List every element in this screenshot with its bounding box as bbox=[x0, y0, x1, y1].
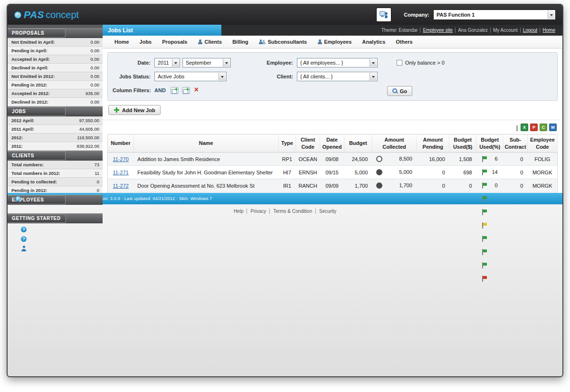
sidebar-section-title: JOBS bbox=[12, 109, 26, 114]
filter-operator-button[interactable]: AND bbox=[154, 87, 166, 93]
collected-status-icon bbox=[376, 156, 382, 162]
amount-collected-cell: 8,500 bbox=[372, 153, 416, 166]
nav-tab-billing[interactable]: Billing bbox=[227, 36, 254, 48]
nav-tab-label: Home bbox=[114, 39, 129, 45]
stat-label: Pending in 2012: bbox=[8, 82, 89, 87]
column-header-line2: Code bbox=[297, 143, 319, 150]
amount-collected-cell: 1,700 bbox=[372, 179, 416, 192]
column-header[interactable]: DateOpened bbox=[320, 134, 344, 153]
filter-row-1: Date: 2011 September Employee: { All emp… bbox=[113, 57, 552, 68]
job-number-cell: 11-272 bbox=[108, 179, 134, 192]
table-header-row: NumberNameTypeClientCodeDateOpenedBudget… bbox=[108, 134, 558, 153]
footer-link[interactable]: Help bbox=[230, 209, 247, 214]
nav-tab-proposals[interactable]: Proposals bbox=[157, 36, 192, 48]
chevron-down-icon bbox=[548, 10, 555, 19]
nav-tab-label: Employees bbox=[324, 39, 352, 45]
stat-value: 838,922.00 bbox=[75, 143, 103, 149]
budget-used-pct-value: 14 bbox=[492, 169, 497, 175]
column-header[interactable]: Name bbox=[133, 134, 278, 153]
add-new-job-label: Add New Job bbox=[122, 107, 155, 113]
chevron-down-icon bbox=[172, 59, 179, 67]
version-label: Version: 3.0.0 - Last updated: 04/21/201… bbox=[93, 196, 212, 201]
job-type-cell: HI7 bbox=[278, 166, 296, 179]
sidebar-section: JOBS2012 April:97,550.002011 April:44,60… bbox=[8, 106, 103, 151]
user-link: Theme: Estandar bbox=[379, 28, 420, 33]
footer-link[interactable]: Privacy bbox=[247, 209, 269, 214]
export-pdf-icon[interactable]: P bbox=[530, 124, 538, 131]
nav-tab-label: Billing bbox=[232, 39, 248, 45]
nav-tab-jobs[interactable]: Jobs bbox=[134, 36, 157, 48]
user-link[interactable]: Ana Gonzalez bbox=[455, 28, 490, 33]
footer-link[interactable]: Security bbox=[315, 209, 340, 214]
clear-filters-icon[interactable] bbox=[194, 87, 201, 94]
stat-label: 2011 April: bbox=[8, 126, 77, 132]
job-number-link[interactable]: 11-270 bbox=[113, 156, 128, 162]
column-header[interactable]: Number bbox=[108, 134, 134, 153]
column-header[interactable]: EmployeeCode bbox=[527, 134, 557, 153]
sidebar-stat-row: Not Emitted in April:0.00 bbox=[8, 38, 103, 47]
column-header[interactable]: BudgetUsed($) bbox=[449, 134, 476, 153]
job-name-cell: Addition to James Smith Residence bbox=[133, 153, 278, 166]
nav-tab-analytics[interactable]: Analytics bbox=[357, 36, 390, 48]
company-select-value: PAS Function 1 bbox=[437, 12, 475, 18]
user-link[interactable]: My Account bbox=[490, 28, 520, 33]
add-new-job-button[interactable]: Add New Job bbox=[108, 105, 161, 115]
job-type-cell: IR1 bbox=[278, 179, 296, 192]
add-filter-group-icon[interactable] bbox=[182, 87, 190, 94]
user-link[interactable]: Logout bbox=[520, 28, 540, 33]
column-header[interactable]: AmountCollected bbox=[372, 134, 416, 153]
nav-tab-clients[interactable]: Clients bbox=[192, 36, 227, 48]
sub-contract-cell: 0 bbox=[504, 153, 528, 166]
jobs-status-label: Jobs Status: bbox=[113, 74, 151, 79]
employee-select[interactable]: { All employees... } bbox=[297, 58, 378, 67]
user-link[interactable]: Home bbox=[540, 28, 558, 33]
column-header[interactable]: Budget bbox=[344, 134, 372, 153]
budget-used-pct-value: 6 bbox=[495, 156, 498, 162]
column-header[interactable]: AmountPending bbox=[417, 134, 449, 153]
only-balance-checkbox[interactable] bbox=[397, 60, 402, 66]
stat-value: 0.00 bbox=[89, 74, 103, 79]
sidebar-section-title: PROPOSALS bbox=[12, 30, 44, 36]
budget-flag-icon bbox=[482, 276, 487, 282]
job-type-cell: RP1 bbox=[278, 153, 296, 166]
budget-used-usd-cell: 1,508 bbox=[449, 153, 476, 166]
job-number-cell: 11-270 bbox=[108, 153, 134, 166]
workstation-icon bbox=[376, 8, 391, 22]
footer-link[interactable]: Terms & Condition bbox=[269, 209, 315, 214]
jobs-status-select[interactable]: Active Jobs bbox=[154, 72, 227, 81]
company-select[interactable]: PAS Function 1 bbox=[433, 10, 556, 20]
stat-value: 0.00 bbox=[89, 48, 103, 53]
column-header[interactable]: Sub-Contract bbox=[504, 134, 528, 153]
client-select[interactable]: { All clients... } bbox=[297, 72, 378, 81]
date-month-select[interactable]: September bbox=[182, 58, 231, 67]
nav-tab-home[interactable]: Home bbox=[109, 36, 134, 48]
filter-row-2: Jobs Status: Active Jobs Client: { All c… bbox=[113, 71, 552, 82]
budget-cell: 1,700 bbox=[344, 179, 372, 192]
sidebar-section-header-box: PROPOSALS bbox=[8, 29, 66, 38]
stat-value: 118,500.00 bbox=[75, 135, 103, 140]
column-header[interactable]: Type bbox=[278, 134, 296, 153]
job-number-link[interactable]: 11-272 bbox=[113, 183, 128, 189]
column-header[interactable]: ClientCode bbox=[296, 134, 320, 153]
export-excel-icon[interactable]: X bbox=[521, 124, 528, 131]
employee-code-cell: MORGK bbox=[527, 179, 557, 192]
column-header-line1: Sub- bbox=[504, 136, 526, 143]
column-header[interactable]: BudgetUsed(%) bbox=[476, 134, 504, 153]
filter-row-3: Column Filters: AND Go bbox=[113, 85, 552, 96]
export-toolbar-icons: XPCM bbox=[521, 124, 557, 131]
nav-tab-others[interactable]: Others bbox=[390, 36, 418, 48]
job-number-link[interactable]: 11-271 bbox=[113, 170, 128, 175]
add-filter-icon[interactable] bbox=[171, 87, 179, 94]
nav-tab-subconsultants[interactable]: Subconsultants bbox=[254, 36, 313, 48]
date-year-select[interactable]: 2011 bbox=[154, 58, 180, 67]
amount-collected-value: 8,500 bbox=[399, 156, 412, 162]
user-link[interactable]: Employee site bbox=[420, 28, 455, 33]
budget-flag-icon bbox=[482, 196, 487, 202]
nav-tab-employees[interactable]: Employees bbox=[312, 36, 357, 48]
user-links: Theme: EstandarEmployee siteAna Gonzalez… bbox=[379, 25, 562, 36]
client-code-cell: OCEAN bbox=[296, 153, 320, 166]
go-button[interactable]: Go bbox=[387, 86, 412, 96]
export-xml-icon[interactable]: M bbox=[549, 124, 557, 131]
date-opened-cell: 09/08 bbox=[320, 153, 344, 166]
export-csv-icon[interactable]: C bbox=[540, 124, 547, 131]
